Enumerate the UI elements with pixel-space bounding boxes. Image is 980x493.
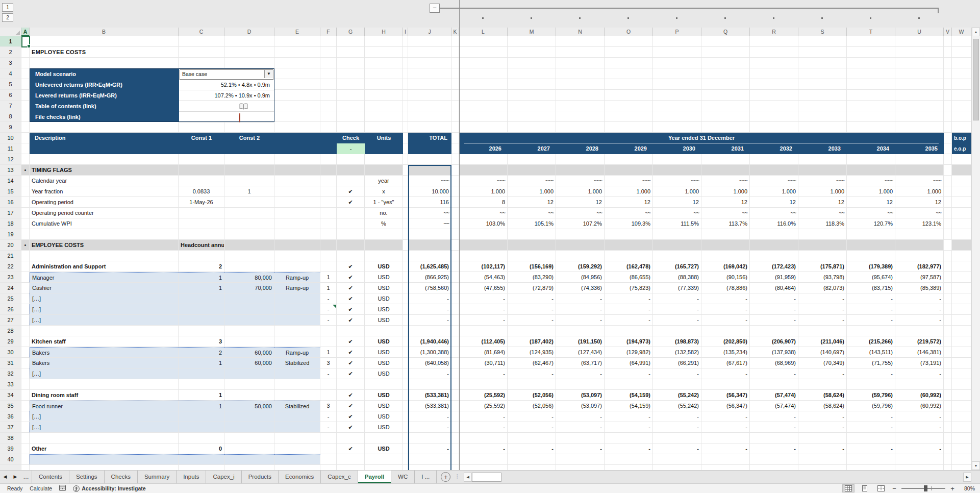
cell[interactable]: [403, 36, 408, 47]
cell[interactable]: [403, 122, 408, 133]
cell[interactable]: [451, 422, 459, 433]
cell[interactable]: [21, 251, 30, 261]
cell[interactable]: -: [605, 315, 653, 326]
sheet-tab-capex-i[interactable]: Capex_i: [206, 471, 241, 483]
cell[interactable]: [451, 101, 459, 111]
cell[interactable]: [274, 90, 320, 101]
cell[interactable]: [847, 90, 895, 101]
cell[interactable]: [895, 101, 944, 111]
cell[interactable]: [403, 358, 408, 368]
cell[interactable]: [459, 111, 508, 122]
cell[interactable]: (211,046): [798, 336, 847, 347]
cell[interactable]: [952, 36, 971, 47]
cell[interactable]: 1.000: [798, 186, 847, 197]
cell[interactable]: [179, 293, 224, 304]
cell[interactable]: -: [508, 304, 556, 315]
cell[interactable]: year: [365, 176, 403, 186]
cell[interactable]: [750, 165, 798, 176]
cell[interactable]: (90,156): [701, 272, 750, 283]
cell[interactable]: [451, 176, 459, 186]
cell[interactable]: [224, 433, 274, 443]
cell[interactable]: [408, 79, 451, 90]
cell[interactable]: [944, 218, 952, 229]
cell[interactable]: [179, 218, 224, 229]
cell[interactable]: [320, 379, 337, 390]
cell[interactable]: 12: [508, 197, 556, 208]
cell[interactable]: [701, 68, 750, 79]
cell[interactable]: -: [508, 422, 556, 433]
cell[interactable]: -: [508, 293, 556, 304]
cell[interactable]: [224, 379, 274, 390]
cell[interactable]: [179, 454, 224, 465]
cell[interactable]: [337, 218, 365, 229]
cell[interactable]: (169,042): [701, 261, 750, 272]
cell[interactable]: -: [701, 304, 750, 315]
cell[interactable]: [952, 293, 971, 304]
cell[interactable]: USD: [365, 315, 403, 326]
cell[interactable]: [944, 111, 952, 122]
row-header-18[interactable]: 18: [0, 218, 21, 229]
cell[interactable]: ~~: [605, 208, 653, 218]
sheet-tab-wc[interactable]: WC: [391, 471, 415, 483]
fill-handle[interactable]: [27, 44, 31, 48]
cell[interactable]: 116: [408, 197, 451, 208]
section-bullet[interactable]: •: [21, 165, 30, 176]
cell[interactable]: [403, 58, 408, 68]
row-header-31[interactable]: 31: [0, 358, 21, 368]
cell[interactable]: [408, 240, 451, 251]
cell[interactable]: [179, 47, 224, 58]
cell[interactable]: (162,478): [605, 261, 653, 272]
row-header-6[interactable]: 6: [0, 90, 21, 101]
row-header-17[interactable]: 17: [0, 208, 21, 218]
cell[interactable]: ~~: [459, 208, 508, 218]
cell[interactable]: 1: [320, 347, 337, 358]
cell[interactable]: [224, 58, 274, 68]
cell[interactable]: -: [701, 443, 750, 454]
cell[interactable]: [798, 454, 847, 465]
scroll-right-icon[interactable]: ▶: [963, 473, 971, 482]
cell[interactable]: 8: [459, 197, 508, 208]
sheet-tab-products[interactable]: Products: [242, 471, 279, 483]
column-header-G[interactable]: G: [337, 28, 365, 36]
cell[interactable]: [653, 154, 701, 165]
cell[interactable]: ~~: [701, 208, 750, 218]
cell[interactable]: -: [653, 422, 701, 433]
cell[interactable]: (66,291): [653, 358, 701, 368]
cell[interactable]: -: [459, 315, 508, 326]
cell[interactable]: [605, 36, 653, 47]
cell[interactable]: [556, 433, 605, 443]
cell[interactable]: [408, 68, 451, 79]
cell[interactable]: [895, 465, 944, 470]
cell[interactable]: -: [701, 368, 750, 379]
cell[interactable]: [365, 229, 403, 240]
cell[interactable]: (59,796): [847, 401, 895, 411]
cell[interactable]: [224, 422, 274, 433]
cell[interactable]: 12: [653, 197, 701, 208]
cell[interactable]: [274, 197, 320, 208]
cell[interactable]: [337, 379, 365, 390]
cell[interactable]: [274, 218, 320, 229]
cell[interactable]: [337, 68, 365, 79]
cell[interactable]: [952, 218, 971, 229]
cell[interactable]: [408, 251, 451, 261]
row-header-15[interactable]: 15: [0, 186, 21, 197]
cell[interactable]: Ramp-up: [274, 283, 320, 293]
cell[interactable]: (58,624): [798, 401, 847, 411]
cell[interactable]: [605, 379, 653, 390]
cell[interactable]: -: [653, 315, 701, 326]
cell[interactable]: [451, 454, 459, 465]
cell[interactable]: [798, 229, 847, 240]
cell[interactable]: [274, 186, 320, 197]
cell[interactable]: [750, 122, 798, 133]
cell[interactable]: [320, 58, 337, 68]
cell[interactable]: (159,292): [556, 261, 605, 272]
cell[interactable]: -: [508, 411, 556, 422]
cell[interactable]: (57,474): [750, 390, 798, 401]
vertical-scrollbar-thumb[interactable]: [973, 39, 979, 120]
cell[interactable]: [451, 47, 459, 58]
tabs-scroll-right-icon[interactable]: ▶: [10, 471, 20, 483]
cell[interactable]: [408, 122, 451, 133]
cell[interactable]: (53,097): [556, 401, 605, 411]
row-header-14[interactable]: 14: [0, 176, 21, 186]
cell[interactable]: [403, 326, 408, 336]
